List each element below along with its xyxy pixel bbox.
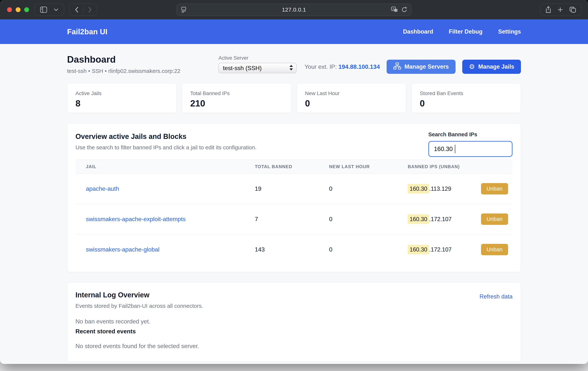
chevron-right-icon xyxy=(88,7,92,13)
jail-link[interactable]: swissmakers-apache-global xyxy=(86,246,159,253)
ip-rest: .172.107 xyxy=(429,216,452,222)
jails-overview-card: Overview active Jails and Blocks Use the… xyxy=(67,123,521,272)
reload-button[interactable] xyxy=(401,6,408,13)
search-banned-ips-group: Search Banned IPs xyxy=(428,131,513,157)
share-icon xyxy=(546,6,551,13)
table-row: apache-auth 19 0 160.30.113.129 Unban xyxy=(75,174,513,204)
address-bar[interactable]: 127.0.0.1 A 文 xyxy=(177,3,411,16)
total-banned-value: 143 xyxy=(250,234,325,264)
gear-icon: ⚙ xyxy=(469,63,475,70)
new-last-hour-value: 0 xyxy=(325,204,403,234)
new-last-hour-value: 0 xyxy=(325,234,403,264)
table-row: swissmakers-apache-global 143 0 160.30.1… xyxy=(75,234,513,264)
stat-label: Active Jails xyxy=(75,90,168,96)
browser-chrome: 127.0.0.1 A 文 xyxy=(0,0,588,19)
active-server-select[interactable]: test-ssh (SSH) xyxy=(218,63,297,73)
no-stored-events-message: No stored events found for the selected … xyxy=(75,343,513,349)
app-brand: Fail2ban UI xyxy=(67,28,107,36)
zoom-window-button[interactable] xyxy=(24,7,29,12)
unban-button[interactable]: Unban xyxy=(481,244,508,255)
unban-button[interactable]: Unban xyxy=(481,213,508,225)
stat-label: Stored Ban Events xyxy=(420,90,513,96)
nav-settings[interactable]: Settings xyxy=(498,28,521,35)
stat-value: 210 xyxy=(190,98,283,109)
manage-servers-button[interactable]: Manage Servers xyxy=(387,60,456,74)
stat-label: Total Banned IPs xyxy=(190,90,283,96)
translate-button[interactable]: A 文 xyxy=(391,6,398,13)
svg-text:A: A xyxy=(393,7,394,11)
url-text: 127.0.0.1 xyxy=(177,7,411,13)
internal-log-description: Events stored by Fail2ban-UI across all … xyxy=(75,303,513,309)
close-window-button[interactable] xyxy=(7,7,12,12)
stat-value: 8 xyxy=(75,98,168,109)
sitemap-icon xyxy=(393,63,401,71)
translate-icon: A 文 xyxy=(391,6,398,13)
internal-log-title: Internal Log Overview xyxy=(75,291,513,299)
new-last-hour-value: 0 xyxy=(325,174,403,204)
reload-icon xyxy=(401,6,408,13)
history-nav xyxy=(69,3,97,16)
sidebar-controls xyxy=(34,3,64,16)
table-header-row: JAIL TOTAL BANNED NEW LAST HOUR BANNED I… xyxy=(75,160,513,174)
manage-jails-button[interactable]: ⚙ Manage Jails xyxy=(462,60,521,74)
external-ip: Your ext. IP: 194.88.100.134 xyxy=(304,63,380,70)
column-new-last-hour: NEW LAST HOUR xyxy=(325,160,403,174)
page-title: Dashboard xyxy=(67,54,180,65)
active-server-group: Active Server test-ssh (SSH) xyxy=(218,55,297,73)
dashboard-header: Dashboard test-ssh • SSH • rlinfp02.swis… xyxy=(67,54,521,74)
stat-card-new-last-hour: New Last Hour 0 xyxy=(297,83,406,113)
back-button[interactable] xyxy=(73,7,81,13)
search-banned-ips-label: Search Banned IPs xyxy=(428,131,477,137)
stat-card-active-jails: Active Jails 8 xyxy=(67,83,177,113)
external-ip-label: Your ext. IP: xyxy=(304,63,337,70)
page-subtitle: test-ssh • SSH • rlinfp02.swissmakers.co… xyxy=(67,68,180,74)
stat-label: New Last Hour xyxy=(305,90,398,96)
sidebar-menu-button[interactable] xyxy=(52,8,60,11)
ip-search-match: 160.30 xyxy=(408,184,429,194)
search-banned-ips-input[interactable] xyxy=(428,141,513,157)
total-banned-value: 19 xyxy=(250,174,325,204)
stat-card-total-banned: Total Banned IPs 210 xyxy=(182,83,291,113)
ip-rest: .113.129 xyxy=(429,186,451,192)
plus-icon xyxy=(557,7,563,12)
column-banned-ips: BANNED IPS (UNBAN) xyxy=(403,160,513,174)
jail-link[interactable]: swissmakers-apache-exploit-attempts xyxy=(86,216,186,222)
chevron-left-icon xyxy=(75,7,79,13)
stat-cards: Active Jails 8 Total Banned IPs 210 New … xyxy=(67,83,521,113)
refresh-data-link[interactable]: Refresh data xyxy=(480,293,513,300)
recent-stored-events-title: Recent stored events xyxy=(75,328,513,335)
sidebar-toggle-button[interactable] xyxy=(38,6,49,13)
divider xyxy=(83,6,84,14)
ip-rest: .172.107 xyxy=(429,246,452,253)
share-button[interactable] xyxy=(544,6,553,13)
tab-overview-button[interactable] xyxy=(567,7,578,13)
manage-servers-label: Manage Servers xyxy=(404,63,449,70)
text-caret xyxy=(455,145,455,153)
unban-button[interactable]: Unban xyxy=(481,183,508,195)
nav-filter-debug[interactable]: Filter Debug xyxy=(449,28,483,35)
external-ip-value[interactable]: 194.88.100.134 xyxy=(338,63,380,70)
main-nav: Dashboard Filter Debug Settings xyxy=(403,28,521,35)
banned-ip: 160.30.172.107 xyxy=(408,216,452,223)
chevron-down-icon xyxy=(54,8,59,11)
jail-link[interactable]: apache-auth xyxy=(86,185,119,192)
jails-table: JAIL TOTAL BANNED NEW LAST HOUR BANNED I… xyxy=(75,160,513,264)
tabs-icon xyxy=(569,7,576,13)
manage-jails-label: Manage Jails xyxy=(478,63,514,70)
internal-log-card: Internal Log Overview Refresh data Event… xyxy=(67,282,521,362)
nav-dashboard[interactable]: Dashboard xyxy=(403,28,433,35)
svg-text:文: 文 xyxy=(395,9,397,11)
ip-search-match: 160.30 xyxy=(408,214,429,224)
minimize-window-button[interactable] xyxy=(16,7,21,12)
stat-value: 0 xyxy=(305,98,398,109)
no-ban-events-message: No ban events recorded yet. xyxy=(75,318,513,325)
browser-window: 127.0.0.1 A 文 xyxy=(0,0,588,364)
active-server-label: Active Server xyxy=(218,55,297,61)
stat-value: 0 xyxy=(420,98,513,109)
traffic-lights xyxy=(7,7,29,12)
stat-card-stored-ban-events: Stored Ban Events 0 xyxy=(411,83,521,113)
new-tab-button[interactable] xyxy=(556,7,565,12)
banned-ip: 160.30.113.129 xyxy=(408,186,451,192)
ip-search-match: 160.30 xyxy=(408,245,429,254)
forward-button[interactable] xyxy=(86,7,94,13)
